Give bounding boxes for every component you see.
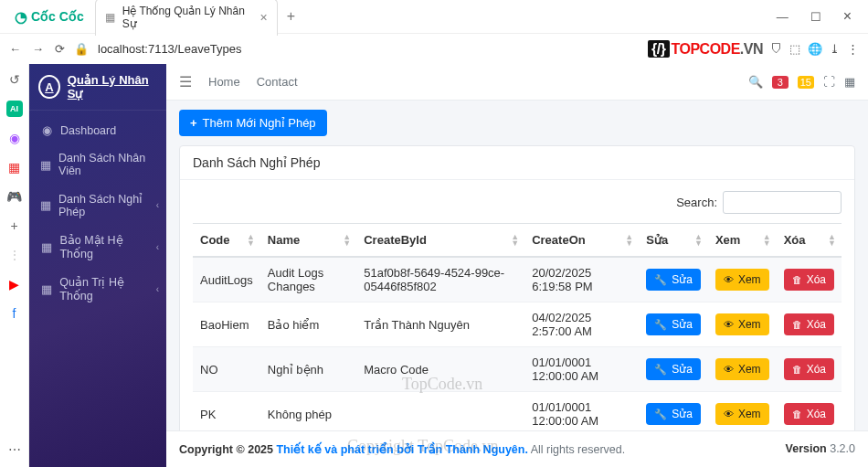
tab-bar: ◔ Cốc Cốc ▦ Hệ Thống Quản Lý Nhân Sự × +… — [0, 0, 868, 33]
tab-title: Hệ Thống Quản Lý Nhân Sự — [122, 5, 253, 30]
shield-icon[interactable]: ⛉ — [770, 42, 782, 56]
tab-favicon: ▦ — [105, 11, 115, 24]
url-text[interactable]: localhost:7113/LeaveTypes — [98, 42, 639, 56]
extension-icon[interactable]: ⬚ — [789, 42, 800, 56]
globe-icon[interactable]: 🌐 — [808, 42, 822, 56]
address-bar: ← → ⟳ 🔒 localhost:7113/LeaveTypes {/}TOP… — [0, 33, 868, 64]
window-minimize[interactable]: — — [767, 10, 798, 24]
app-frame: A Quản Lý Nhân Sự ◉ Dashboard ▦ Danh Sác… — [29, 64, 868, 65]
coccoc-icon: ◔ — [15, 8, 27, 26]
os-sidebar: ↺ AI ◉ ▦ 🎮 + ⋮ ▶ f ⋯ — [0, 64, 29, 65]
new-tab-button[interactable]: + — [281, 8, 301, 25]
browser-tab[interactable]: ▦ Hệ Thống Quản Lý Nhân Sự × — [95, 0, 278, 36]
app-sidebar: A Quản Lý Nhân Sự ◉ Dashboard ▦ Danh Sác… — [29, 64, 166, 65]
back-button[interactable]: ← — [9, 42, 21, 56]
window-close[interactable]: × — [834, 8, 861, 25]
browser-name: Cốc Cốc — [31, 9, 84, 24]
brand[interactable]: A Quản Lý Nhân Sự — [29, 64, 166, 65]
download-icon[interactable]: ⤓ — [830, 42, 840, 56]
forward-button[interactable]: → — [32, 42, 44, 56]
topcode-logo: {/}TOPCODE.VN — [648, 41, 763, 58]
tab-close-icon[interactable]: × — [260, 10, 268, 25]
reload-button[interactable]: ⟳ — [55, 42, 65, 56]
browser-logo: ◔ Cốc Cốc — [7, 8, 91, 26]
extensions: {/}TOPCODE.VN ⛉ ⬚ 🌐 ⤓ ⋮ — [648, 41, 859, 58]
nav-arrows: ← → ⟳ — [9, 42, 65, 56]
browser-chrome: ◔ Cốc Cốc ▦ Hệ Thống Quản Lý Nhân Sự × +… — [0, 0, 868, 65]
topbar: ☰ Home Contact 🔍 3 15 ⛶ ▦ — [166, 64, 868, 65]
main: ☰ Home Contact 🔍 3 15 ⛶ ▦ + Thêm Mới Ngh… — [166, 64, 868, 65]
lock-icon: 🔒 — [74, 42, 89, 56]
menu-icon[interactable]: ⋮ — [847, 42, 859, 56]
window-maximize[interactable]: ☐ — [801, 10, 831, 24]
